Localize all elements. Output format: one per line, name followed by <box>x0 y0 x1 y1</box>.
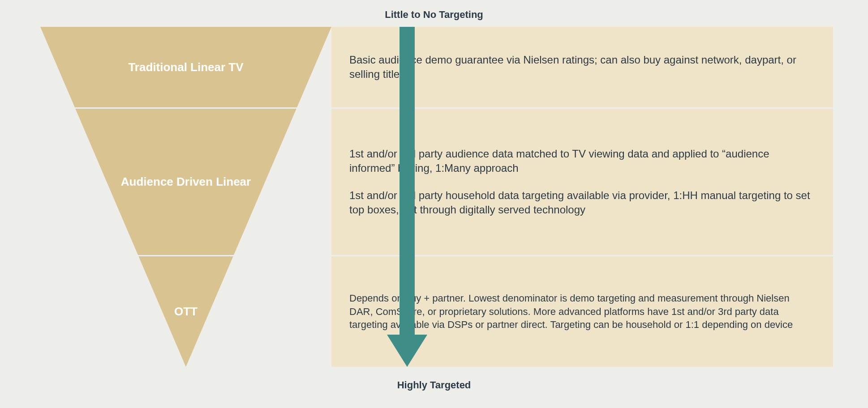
row-paragraph: 1st and/or 3rd party audience data match… <box>349 147 815 176</box>
row-title: Traditional Linear TV <box>40 60 331 74</box>
row-title: Audience Driven Linear <box>40 175 331 189</box>
row-description-2: 1st and/or 3rd party audience data match… <box>331 109 833 255</box>
row-description-3: Depends on buy + partner. Lowest denomin… <box>331 256 833 367</box>
row-paragraph: 1st and/or 3rd party household data targ… <box>349 188 815 217</box>
row-description-1: Basic audience demo guarantee via Nielse… <box>331 27 833 107</box>
row-ott: OTT Depends on buy + partner. Lowest den… <box>40 255 833 367</box>
scale-label-bottom: Highly Targeted <box>397 379 471 391</box>
row-paragraph: Depends on buy + partner. Lowest denomin… <box>349 292 815 332</box>
scale-label-top: Little to No Targeting <box>385 9 483 21</box>
funnel-segment-3: OTT <box>40 256 331 367</box>
row-traditional-linear-tv: Traditional Linear TV Basic audience dem… <box>40 27 833 107</box>
row-paragraph: Basic audience demo guarantee via Nielse… <box>349 53 815 82</box>
row-title: OTT <box>40 305 331 319</box>
diagram-rows: Traditional Linear TV Basic audience dem… <box>40 27 833 367</box>
funnel-segment-1: Traditional Linear TV <box>40 27 331 107</box>
row-audience-driven-linear: Audience Driven Linear 1st and/or 3rd pa… <box>40 107 833 255</box>
funnel-segment-2: Audience Driven Linear <box>40 109 331 255</box>
